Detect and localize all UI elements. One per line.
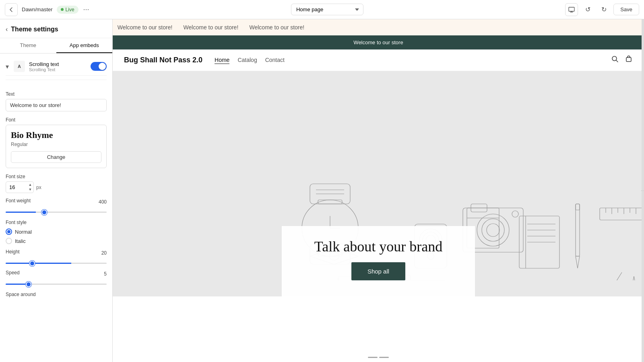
store-nav-right bbox=[611, 55, 633, 65]
speed-section: Speed 5 bbox=[6, 270, 107, 286]
sidebar-back-button[interactable]: ‹ bbox=[6, 26, 8, 33]
branch-label: Dawn/master bbox=[22, 6, 53, 12]
svg-point-19 bbox=[512, 211, 518, 217]
shop-all-button[interactable]: Shop all bbox=[351, 262, 405, 280]
scroll-banner-text: Welcome to our store! Welcome to our sto… bbox=[113, 24, 304, 31]
desktop-preview-button[interactable] bbox=[565, 3, 578, 16]
font-style-section-label: Font style bbox=[6, 220, 107, 225]
space-around-label: Space around bbox=[6, 292, 107, 297]
scrolling-text-toggle[interactable] bbox=[91, 62, 107, 71]
height-value: 20 bbox=[101, 250, 107, 256]
hero-section: Talk about your brand Shop all bbox=[113, 71, 644, 296]
radio-italic[interactable]: Italic bbox=[6, 238, 107, 244]
height-slider[interactable] bbox=[6, 263, 107, 264]
scroll-text-2: Welcome to our store! bbox=[184, 24, 239, 31]
font-weight-label-row: Font weight 400 bbox=[6, 198, 107, 206]
store-logo: Bug Shall Not Pass 2.0 bbox=[124, 56, 202, 64]
nav-link-home[interactable]: Home bbox=[215, 57, 229, 64]
radio-italic-label: Italic bbox=[15, 238, 26, 244]
speed-value: 5 bbox=[104, 271, 107, 277]
radio-normal-label: Normal bbox=[15, 229, 32, 235]
font-size-stepper: ▲ ▼ bbox=[27, 183, 33, 192]
radio-normal-dot bbox=[7, 230, 10, 233]
svg-point-17 bbox=[487, 224, 500, 237]
text-label: Text bbox=[6, 91, 107, 97]
sidebar: ‹ Theme settings Theme App embeds ▾ A Sc… bbox=[0, 19, 113, 362]
page-select[interactable]: Home page bbox=[291, 4, 363, 15]
tab-app-embeds[interactable]: App embeds bbox=[56, 38, 113, 53]
font-box: Bio Rhyme Regular Change bbox=[6, 125, 107, 168]
font-style-regular: Regular bbox=[11, 142, 101, 147]
scrolling-text-item[interactable]: ▾ A Scrolling text Scrolling Text bbox=[6, 58, 107, 76]
section-label: Scrolling text bbox=[29, 61, 87, 67]
svg-marker-32 bbox=[576, 256, 580, 268]
svg-point-16 bbox=[482, 219, 504, 241]
font-size-up-button[interactable]: ▲ bbox=[27, 183, 33, 187]
svg-rect-4 bbox=[318, 200, 342, 204]
scrolling-text-section: ▾ A Scrolling text Scrolling Text bbox=[0, 53, 112, 80]
main-content: ‹ Theme settings Theme App embeds ▾ A Sc… bbox=[0, 19, 644, 362]
svg-point-1 bbox=[612, 56, 617, 61]
height-label-row: Height 20 bbox=[6, 249, 107, 257]
font-name: Bio Rhyme bbox=[11, 130, 101, 140]
live-badge: Live bbox=[57, 6, 78, 14]
speed-slider[interactable] bbox=[6, 284, 107, 285]
search-icon[interactable] bbox=[611, 55, 619, 65]
speed-label-row: Speed 5 bbox=[6, 270, 107, 278]
nav-link-contact[interactable]: Contact bbox=[265, 57, 285, 64]
font-weight-section: Font weight 400 bbox=[6, 198, 107, 214]
radio-normal[interactable]: Normal bbox=[6, 228, 107, 235]
resize-dots-icon: ⋮ bbox=[641, 189, 644, 193]
preview-inner: Welcome to our store! Welcome to our sto… bbox=[113, 19, 644, 362]
font-weight-slider[interactable] bbox=[6, 212, 107, 213]
preview-panel: Welcome to our store! Welcome to our sto… bbox=[113, 19, 644, 362]
section-sublabel: Scrolling Text bbox=[29, 67, 87, 72]
live-dot bbox=[61, 8, 64, 11]
section-item-text: Scrolling text Scrolling Text bbox=[29, 61, 87, 72]
height-label: Height bbox=[6, 249, 20, 255]
topbar-right: ↺ ↻ Save bbox=[565, 3, 639, 16]
sidebar-tabs: Theme App embeds bbox=[0, 38, 112, 53]
svg-rect-2 bbox=[626, 58, 631, 62]
font-size-input-wrap: ▲ ▼ bbox=[6, 181, 34, 193]
height-section: Height 20 bbox=[6, 249, 107, 265]
text-field-section: Text bbox=[6, 91, 107, 111]
hero-overlay: Talk about your brand Shop all bbox=[282, 226, 475, 296]
font-size-unit: px bbox=[36, 185, 41, 190]
font-weight-value: 400 bbox=[99, 199, 107, 205]
sidebar-title: Theme settings bbox=[11, 26, 58, 33]
toggle-knob bbox=[99, 63, 106, 70]
redo-button[interactable]: ↻ bbox=[597, 3, 610, 16]
svg-rect-33 bbox=[576, 204, 580, 210]
save-button[interactable]: Save bbox=[613, 4, 639, 15]
cart-icon[interactable] bbox=[625, 55, 633, 65]
scroll-text-3: Welcome to our store! bbox=[250, 24, 305, 31]
speed-label: Speed bbox=[6, 270, 20, 276]
font-style-section: Font style Normal Italic bbox=[6, 220, 107, 244]
text-input[interactable] bbox=[6, 99, 107, 111]
live-label: Live bbox=[66, 7, 74, 12]
store-header-text: Welcome to our store bbox=[353, 39, 403, 45]
more-options-button[interactable]: ··· bbox=[83, 5, 89, 14]
tab-theme[interactable]: Theme bbox=[0, 38, 56, 53]
sidebar-form: Text Font Bio Rhyme Regular Change Font … bbox=[0, 80, 112, 362]
page-selector-container: Home page bbox=[93, 4, 561, 15]
radio-normal-circle bbox=[6, 228, 12, 235]
sidebar-header: ‹ Theme settings bbox=[0, 19, 112, 38]
undo-button[interactable]: ↺ bbox=[581, 3, 594, 16]
font-weight-label: Font weight bbox=[6, 198, 31, 204]
store-nav-links: Home Catalog Contact bbox=[215, 57, 599, 64]
resize-handle[interactable]: ⋮ bbox=[642, 19, 644, 362]
back-button[interactable] bbox=[5, 3, 18, 16]
scroll-banner: Welcome to our store! Welcome to our sto… bbox=[113, 19, 644, 35]
font-size-label: Font size bbox=[6, 174, 107, 179]
scroll-text-1: Welcome to our store! bbox=[118, 24, 173, 31]
hero-title: Talk about your brand bbox=[306, 238, 451, 255]
section-icon: A bbox=[14, 61, 25, 72]
radio-italic-circle bbox=[6, 238, 12, 244]
font-label: Font bbox=[6, 117, 107, 123]
font-size-section: Font size ▲ ▼ px bbox=[6, 174, 107, 193]
font-change-button[interactable]: Change bbox=[11, 151, 101, 163]
font-size-down-button[interactable]: ▼ bbox=[27, 187, 33, 192]
nav-link-catalog[interactable]: Catalog bbox=[237, 57, 257, 64]
